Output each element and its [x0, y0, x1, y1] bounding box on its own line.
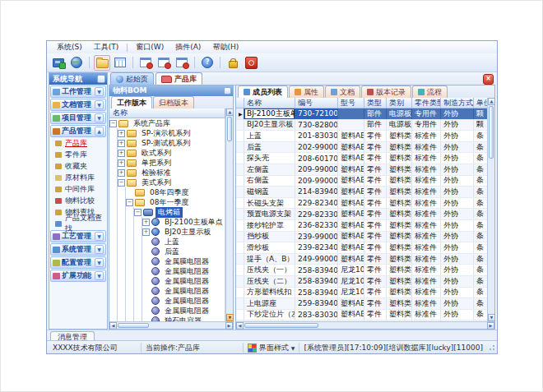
cell[interactable]: 塑料ABS — [338, 232, 364, 242]
tab-成员列表[interactable]: 成员列表 — [238, 85, 288, 98]
cell[interactable]: 塑料类 — [387, 142, 412, 153]
cell[interactable]: 外协 — [441, 164, 474, 175]
scroll-down-icon[interactable]: ▼ — [488, 314, 495, 321]
table-row[interactable]: 预置电源支架229-823302-00X塑料ABS零件塑料类标准件外协条 — [236, 209, 487, 220]
cell[interactable]: 长磁头支架 — [244, 198, 295, 209]
tree-node-SP-测试机系列[interactable]: +SP-测试机系列 — [109, 138, 225, 148]
menu-item[interactable]: 窗口(W) — [130, 41, 169, 53]
sidebar-item-零件库[interactable]: 零件库 — [49, 149, 107, 160]
table-row[interactable]: 磁钢盖214-839404-01X塑料ABS零件塑料类标准件外协条 — [236, 187, 487, 198]
cell[interactable]: 229-823302-00X — [295, 209, 338, 219]
cell[interactable]: 标准件 — [412, 298, 441, 309]
cell[interactable]: 塑料类 — [387, 164, 412, 175]
cell[interactable] — [338, 120, 364, 131]
cell[interactable]: 塑料类 — [387, 276, 412, 287]
tab-归档版本[interactable]: 归档版本 — [153, 96, 194, 108]
scroll-right-icon[interactable]: ▶ — [487, 322, 494, 330]
cell[interactable]: 730-721000-12X — [295, 108, 338, 119]
cell[interactable]: 塑料ABS — [338, 310, 364, 321]
table-row[interactable]: 右侧盖209-990002-01X塑料ABS零件塑料类标准件外协条 — [236, 176, 487, 187]
column-header-零件类型[interactable]: 零件类型 — [412, 98, 441, 108]
table-vertical-scrollbar[interactable]: ▲ ▼ — [487, 98, 494, 321]
scroll-right-icon[interactable]: ▶ — [225, 322, 233, 330]
cell[interactable]: 上盖 — [244, 131, 295, 141]
cell[interactable]: 尼龙1010 — [338, 265, 364, 275]
cell[interactable]: 塑料类 — [387, 232, 412, 242]
table-row[interactable]: 上盖201-830302-00X塑料ABS零件塑料类标准件外协条 — [236, 131, 487, 142]
column-header-制造方式[interactable]: 制造方式 — [441, 98, 474, 108]
sidebar-item-收藏夹[interactable]: 收藏夹 — [49, 160, 107, 172]
collapse-minus-icon[interactable]: − — [109, 120, 117, 127]
cell[interactable]: 塑料类 — [387, 198, 412, 209]
cell[interactable]: 零件 — [364, 232, 387, 242]
cell[interactable]: 条 — [474, 298, 487, 309]
cell[interactable]: 外协 — [441, 108, 474, 119]
cell[interactable]: 条 — [474, 131, 487, 141]
cell[interactable]: 外协 — [441, 120, 474, 131]
cell[interactable]: 条 — [474, 198, 487, 209]
cell[interactable]: 电源板 — [387, 108, 412, 119]
table-row[interactable]: 探头壳208-601701-01X塑料ABS零件塑料类标准件外协条 — [236, 153, 487, 164]
cell[interactable]: 左侧盖 — [244, 164, 295, 175]
chevron-down-icon[interactable]: ▼ — [95, 113, 104, 122]
tab-工作版本[interactable]: 工作版本 — [111, 96, 152, 108]
chevron-down-icon[interactable]: ▼ — [95, 258, 104, 267]
cell[interactable]: 标准件 — [412, 310, 441, 321]
chevron-down-icon[interactable]: ▼ — [95, 100, 104, 109]
table-row[interactable]: 挡纱板239-990001-01X塑料ABS零件塑料类标准件外协条 — [236, 232, 487, 243]
window-2-button[interactable] — [155, 55, 172, 71]
cell[interactable] — [338, 108, 364, 119]
tree-hscroll-thumb[interactable] — [118, 323, 149, 328]
cell[interactable]: 条 — [474, 176, 487, 187]
cell[interactable]: 标准件 — [412, 209, 441, 219]
cell[interactable]: 上电源座 — [244, 298, 295, 309]
cell[interactable]: 条 — [474, 209, 487, 219]
cell[interactable]: 零件 — [364, 176, 387, 187]
cell[interactable]: 部件 — [364, 108, 387, 119]
cell[interactable]: 236-823301-00X — [295, 220, 338, 231]
cell[interactable]: 预置电源支架 — [244, 209, 295, 219]
cell[interactable]: 208-601701-01X — [295, 153, 338, 164]
tree-node-美式系列[interactable]: −美式系列 — [109, 178, 225, 187]
cell[interactable]: 条 — [474, 254, 487, 265]
scroll-up-icon[interactable]: ▲ — [226, 108, 234, 116]
cell[interactable]: 外协 — [441, 310, 474, 321]
cell[interactable]: 214-839404-01X — [295, 187, 338, 197]
table-hscroll-thumb[interactable] — [244, 323, 318, 328]
close-tab-button[interactable]: × — [483, 74, 494, 85]
cell[interactable]: 外协 — [441, 298, 474, 309]
cell[interactable]: 塑料类 — [387, 310, 412, 321]
cell[interactable]: 滑纱板 — [244, 242, 295, 253]
table-row[interactable]: 接纱轮护罩236-823301-00X塑料ABS零件塑料类标准件外协条 — [236, 220, 487, 232]
tab-文档[interactable]: 文档 — [325, 85, 360, 98]
expand-plus-icon[interactable]: + — [118, 130, 125, 137]
tree-node-金属膜电阻器[interactable]: 金属膜电阻器 — [109, 276, 225, 286]
sidebar-group-系统管理[interactable]: 系统管理▼ — [50, 243, 106, 256]
cell[interactable]: 外协 — [441, 265, 474, 275]
cell[interactable]: 209-990002-01X — [295, 176, 338, 187]
tab-版本记录[interactable]: 版本记录 — [361, 85, 411, 98]
cell[interactable]: 标准件 — [412, 198, 441, 209]
cell[interactable]: 外协 — [441, 131, 474, 141]
sidebar-group-扩展功能[interactable]: 扩展功能▼ — [50, 270, 106, 282]
cell[interactable]: 外协 — [441, 276, 474, 287]
cell[interactable]: 标准件 — [412, 131, 441, 141]
expand-plus-icon[interactable]: + — [118, 140, 125, 147]
sidebar-item-产品库[interactable]: 产品库 — [49, 137, 107, 149]
cell[interactable]: 条 — [474, 220, 487, 231]
tree-node-检验标准[interactable]: +检验标准 — [109, 168, 225, 178]
cell[interactable]: 尼龙1010 — [338, 276, 364, 287]
column-header-类别[interactable]: 类别 — [387, 98, 412, 108]
cell[interactable]: 零件 — [364, 209, 387, 219]
cell[interactable]: 塑料类 — [387, 242, 412, 253]
tab-属性[interactable]: 属性 — [289, 85, 324, 98]
cell[interactable]: 压线夹（一） — [244, 265, 295, 275]
cell[interactable]: 塑料ABS — [338, 198, 364, 209]
table-row[interactable]: 后盖202-990002-01X塑料ABS零件塑料类标准件外协条 — [236, 142, 487, 154]
cell[interactable]: 外协 — [441, 232, 474, 242]
menu-item[interactable]: 插件(A) — [169, 41, 207, 53]
cell[interactable]: 条 — [474, 242, 487, 253]
cell[interactable]: 塑料ABS — [338, 298, 364, 309]
column-header-型号[interactable]: 型号 — [338, 98, 364, 108]
cell[interactable]: 283-830301-00X — [295, 310, 338, 321]
